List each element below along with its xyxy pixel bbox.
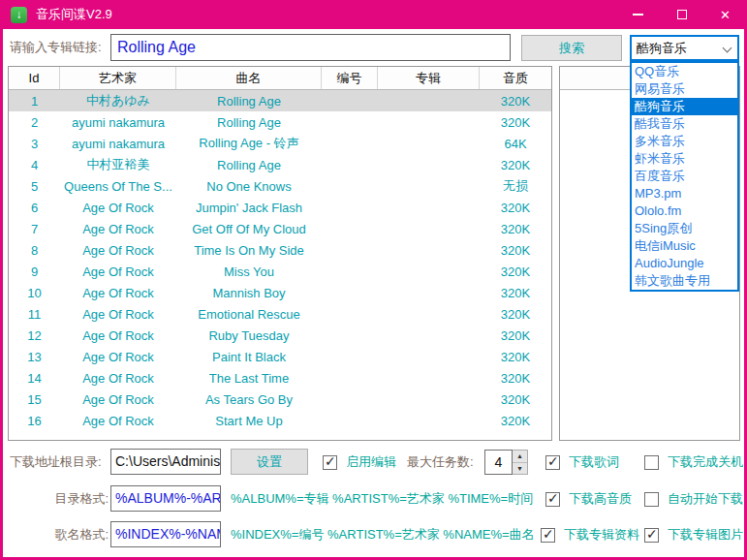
search-button[interactable]: 搜索 — [521, 35, 622, 61]
table-cell: 9 — [9, 261, 60, 282]
table-row[interactable]: 10Age Of RockMannish Boy320K — [9, 282, 551, 303]
table-row[interactable]: 9Age Of RockMiss You320K — [9, 261, 551, 282]
table-cell — [378, 90, 480, 111]
album-link-input[interactable] — [110, 34, 511, 61]
table-cell: Rolling Age — [176, 111, 322, 133]
table-row[interactable]: 2ayumi nakamuraRolling Age320K — [9, 111, 551, 133]
set-directory-button[interactable]: 设置 — [231, 449, 308, 475]
table-cell — [322, 218, 378, 239]
table-row[interactable]: 16Age Of RockStart Me Up320K — [9, 410, 551, 431]
checkbox-download-hq[interactable]: 下载高音质 — [545, 490, 632, 508]
table-cell — [322, 261, 378, 282]
maximize-button[interactable] — [660, 0, 703, 29]
music-source-option[interactable]: 百度音乐 — [632, 168, 737, 185]
music-source-select[interactable]: 酷狗音乐 — [630, 35, 739, 61]
checkbox-box — [545, 455, 560, 470]
table-cell: Age Of Rock — [60, 325, 176, 346]
table-cell: Emotional Rescue — [176, 303, 322, 325]
table-cell: 1 — [9, 90, 60, 111]
table-cell: 11 — [9, 303, 60, 325]
dir-format-hint: %ALBUM%=专辑 %ARTIST%=艺术家 %TIME%=时间 — [231, 485, 533, 512]
music-source-selected-value: 酷狗音乐 — [637, 40, 687, 57]
table-cell — [378, 154, 480, 175]
table-cell: 3 — [9, 133, 60, 154]
checkbox-enable-edit[interactable]: 启用编辑 — [323, 453, 396, 471]
max-tasks-value[interactable]: 4 — [484, 450, 513, 475]
table-cell — [378, 346, 480, 367]
table-row[interactable]: 15Age Of RockAs Tears Go By320K — [9, 389, 551, 410]
download-arrow-icon: ↓ — [16, 9, 22, 20]
stepper-up-button[interactable]: ▲ — [513, 451, 527, 463]
music-source-option[interactable]: 5Sing原创 — [632, 220, 737, 237]
checkbox-download-album-art[interactable]: 下载专辑图片 — [644, 526, 743, 544]
table-cell — [378, 410, 480, 431]
table-row[interactable]: 7Age Of RockGet Off Of My Cloud320K — [9, 218, 551, 239]
column-header[interactable]: 音质 — [480, 67, 551, 89]
dir-format-input[interactable]: %ALBUM%-%AR — [110, 485, 221, 512]
table-row[interactable]: 12Age Of RockRuby Tuesday320K — [9, 325, 551, 346]
music-source-option[interactable]: 酷我音乐 — [632, 115, 737, 133]
music-source-option[interactable]: Ololo.fm — [632, 202, 737, 220]
table-row[interactable]: 14Age Of RockThe Last Time320K — [9, 367, 551, 389]
column-header[interactable]: 专辑 — [378, 67, 480, 89]
music-source-option[interactable]: MP3.pm — [632, 185, 737, 202]
column-header[interactable]: Id — [9, 67, 60, 89]
table-row[interactable]: 5Queens Of The S...No One Knows无损 — [9, 175, 551, 197]
table-cell — [378, 133, 480, 154]
table-cell: 320K — [480, 282, 551, 303]
table-cell: Rolling Age — [176, 154, 322, 175]
stepper-down-button[interactable]: ▼ — [513, 463, 527, 475]
music-source-option[interactable]: 虾米音乐 — [632, 150, 737, 168]
table-cell: Age Of Rock — [60, 261, 176, 282]
max-tasks-label: 最大任务数: — [407, 449, 474, 475]
music-source-option[interactable]: QQ音乐 — [632, 63, 737, 80]
table-cell — [378, 239, 480, 261]
table-row[interactable]: 3ayumi nakamuraRolling Age - 铃声64K — [9, 133, 551, 154]
name-format-hint: %INDEX%=编号 %ARTIST%=艺术家 %NAME%=曲名 — [231, 521, 535, 547]
table-cell: 320K — [480, 346, 551, 367]
checkbox-box — [644, 528, 659, 543]
table-cell — [322, 346, 378, 367]
table-cell: Ruby Tuesday — [176, 325, 322, 346]
table-cell — [378, 111, 480, 133]
maximize-icon — [677, 10, 687, 19]
table-cell: Rolling Age - 铃声 — [176, 133, 322, 154]
music-source-option[interactable]: 酷狗音乐 — [632, 98, 737, 115]
table-cell: Age Of Rock — [60, 239, 176, 261]
column-header[interactable]: 编号 — [322, 67, 378, 89]
checkbox-auto-start[interactable]: 自动开始下载 — [644, 490, 743, 508]
name-format-input[interactable]: %INDEX%-%NAM — [110, 521, 221, 547]
music-source-option[interactable]: 网易音乐 — [632, 80, 737, 98]
table-cell: Time Is On My Side — [176, 239, 322, 261]
column-header[interactable]: 曲名 — [176, 67, 322, 89]
table-row[interactable]: 13Age Of RockPaint It Black320K — [9, 346, 551, 367]
minimize-button[interactable] — [616, 0, 660, 29]
table-row[interactable]: 4中村亚裕美Rolling Age320K — [9, 154, 551, 175]
table-cell: 6 — [9, 197, 60, 218]
dir-format-label: 目录格式: — [10, 485, 109, 512]
music-source-option[interactable]: 多米音乐 — [632, 133, 737, 150]
music-source-option[interactable]: 电信iMusic — [632, 237, 737, 255]
table-row[interactable]: 8Age Of RockTime Is On My Side320K — [9, 239, 551, 261]
table-row[interactable]: 1中村あゆみRolling Age320K — [9, 90, 551, 111]
table-cell: Miss You — [176, 261, 322, 282]
close-button[interactable]: ✕ — [703, 0, 747, 29]
table-cell — [378, 282, 480, 303]
checkbox-download-lyrics[interactable]: 下载歌词 — [545, 453, 619, 471]
music-source-option[interactable]: 韩文歌曲专用 — [632, 272, 737, 290]
table-row[interactable]: 11Age Of RockEmotional Rescue320K — [9, 303, 551, 325]
table-cell — [378, 175, 480, 197]
table-cell — [378, 218, 480, 239]
table-cell — [378, 261, 480, 282]
column-header[interactable]: 艺术家 — [60, 67, 176, 89]
table-cell: 320K — [480, 367, 551, 389]
max-tasks-stepper[interactable]: 4 ▲ ▼ — [484, 450, 528, 475]
root-dir-input[interactable]: C:\Users\Adminis — [110, 449, 221, 475]
table-row[interactable]: 6Age Of RockJumpin' Jack Flash320K — [9, 197, 551, 218]
music-source-option[interactable]: AudioJungle — [632, 255, 737, 272]
table-cell: 320K — [480, 111, 551, 133]
checkbox-shutdown-when-done[interactable]: 下载完成关机 — [644, 453, 743, 471]
checkbox-box — [323, 455, 337, 470]
table-cell: Age Of Rock — [60, 218, 176, 239]
checkbox-download-album-info[interactable]: 下载专辑资料 — [541, 526, 639, 544]
